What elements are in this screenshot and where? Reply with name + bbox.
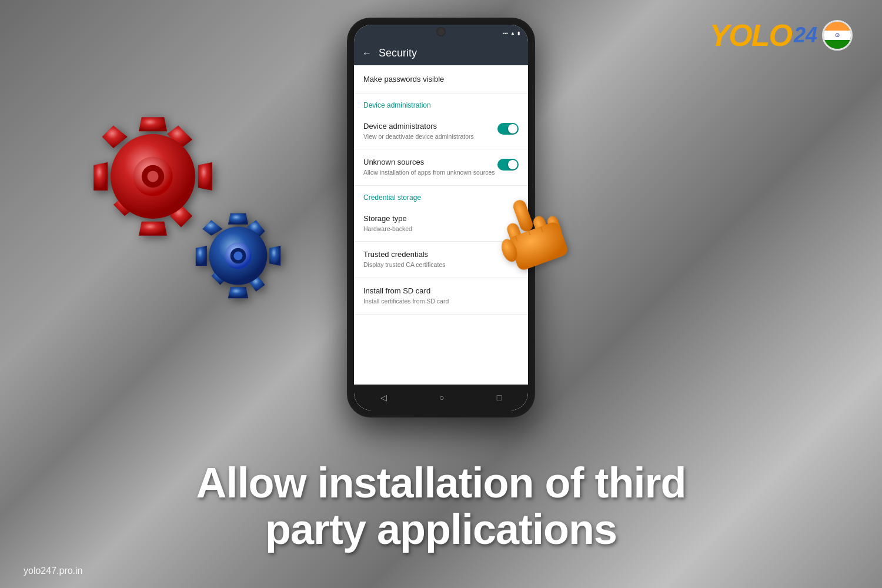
main-heading: Allow installation of third party applic… — [0, 460, 882, 553]
device-admin-section-header: Device administration — [354, 93, 528, 113]
credential-storage-section-title: Credential storage — [363, 193, 421, 202]
svg-point-3 — [147, 171, 158, 182]
make-passwords-label: Make passwords visible — [363, 75, 444, 83]
phone-wrapper: ▪▪▪ ▲ ▮ ← Security Make passwords visibl… — [347, 18, 535, 417]
unknown-sources-label: Unknown sources — [363, 158, 497, 168]
flag-white: ⊙ — [824, 31, 851, 39]
yolo-label: YOLO — [710, 18, 791, 52]
wifi-icon: ▲ — [510, 31, 515, 36]
nav-home-button[interactable]: ○ — [439, 393, 444, 402]
install-sd-sub: Install certificates from SD card — [363, 298, 519, 306]
make-passwords-item[interactable]: Make passwords visible — [354, 65, 528, 93]
unknown-sources-text: Unknown sources Allow installation of ap… — [363, 158, 497, 177]
device-admins-sub: View or deactivate device administrators — [363, 133, 497, 141]
bottom-text-area: Allow installation of third party applic… — [0, 460, 882, 553]
logo-text: YOLO — [710, 18, 791, 53]
status-icons: ▪▪▪ ▲ ▮ — [503, 31, 520, 36]
signal-icon: ▪▪▪ — [503, 31, 509, 36]
screen-title: Security — [379, 47, 417, 59]
device-admin-section-title: Device administration — [363, 101, 431, 109]
ashoka-wheel: ⊙ — [835, 32, 840, 38]
nav-back-button[interactable]: ◁ — [380, 393, 387, 402]
unknown-sources-toggle[interactable] — [497, 159, 519, 171]
heading-line2: party applications — [0, 506, 882, 553]
device-admins-label: Device administrators — [363, 122, 497, 132]
trusted-credentials-label: Trusted credentials — [363, 250, 519, 260]
phone-navbar: ◁ ○ □ — [354, 385, 528, 410]
trusted-credentials-text: Trusted credentials Display trusted CA c… — [363, 250, 519, 269]
install-sd-label: Install from SD card — [363, 286, 519, 296]
device-admins-text: Device administrators View or deactivate… — [363, 122, 497, 141]
heading-line1: Allow installation of third — [0, 460, 882, 506]
nav-recent-button[interactable]: □ — [497, 393, 502, 402]
india-flag: ⊙ — [822, 20, 853, 51]
toggle-knob — [508, 124, 517, 133]
device-admins-item[interactable]: Device administrators View or deactivate… — [354, 113, 528, 150]
install-sd-item[interactable]: Install from SD card Install certificate… — [354, 278, 528, 315]
flag-green — [824, 40, 851, 49]
back-button[interactable]: ← — [362, 48, 372, 59]
phone-camera — [436, 27, 446, 36]
logo-area: YOLO 24 ⊙ — [710, 18, 853, 53]
blue-gear-icon — [182, 200, 294, 312]
device-admins-toggle[interactable] — [497, 123, 519, 135]
bottom-url: yolo247.pro.in — [24, 566, 83, 576]
toggle-knob-2 — [508, 160, 517, 169]
phone-header: ← Security — [354, 41, 528, 65]
unknown-sources-item[interactable]: Unknown sources Allow installation of ap… — [354, 149, 528, 186]
svg-point-7 — [233, 251, 242, 260]
install-sd-text: Install from SD card Install certificate… — [363, 286, 519, 306]
unknown-sources-sub: Allow installation of apps from unknown … — [363, 169, 497, 177]
flag-orange — [824, 22, 851, 31]
logo-247: 24 — [794, 23, 817, 47]
trusted-credentials-sub: Display trusted CA certificates — [363, 261, 519, 269]
battery-icon: ▮ — [517, 31, 520, 36]
